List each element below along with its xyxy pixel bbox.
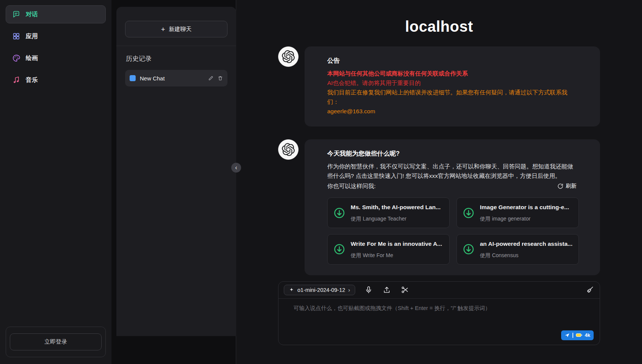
sidebar: 对话 应用 绘画 音乐 立即登录 <box>0 0 111 364</box>
history-title: 历史记录 <box>126 54 227 63</box>
sidebar-item-label: 应用 <box>26 32 38 40</box>
circle-arrow-down-icon <box>333 243 346 256</box>
sidebar-item-apps[interactable]: 应用 <box>6 27 106 45</box>
assistant-avatar <box>278 46 299 67</box>
circle-arrow-down-icon <box>462 207 475 219</box>
sparkle-icon <box>289 287 294 293</box>
suggestion-text: an AI-powered research assista... 使用 Con… <box>480 239 572 260</box>
edit-pencil-icon[interactable] <box>208 76 213 81</box>
token-battery-icon <box>576 333 582 337</box>
delete-trash-icon[interactable] <box>218 76 223 81</box>
welcome-heading: 今天我能为您做些什么呢? <box>327 148 579 159</box>
contact-email-link[interactable]: ageerle@163.com <box>327 106 375 116</box>
model-selector[interactable]: o1-mini-2024-09-12 › <box>284 285 355 295</box>
announcement-heading: 公告 <box>327 56 579 66</box>
suggestion-text: Image Generator is a cutting-e... 使用 ima… <box>480 202 569 223</box>
new-chat-label: 新建聊天 <box>169 26 192 33</box>
music-note-icon <box>12 76 20 84</box>
sidebar-item-label: 对话 <box>26 11 38 19</box>
chat-list-column: + 新建聊天 历史记录 New Chat <box>111 0 236 364</box>
ask-hint: 你也可以这样问我: <box>327 181 376 191</box>
sidebar-item-music[interactable]: 音乐 <box>6 71 106 89</box>
chat-item-actions <box>208 76 223 81</box>
suggestion-grid: Ms. Smith, the AI-powered Lan... 使用 Lang… <box>327 197 579 265</box>
welcome-message: 今天我能为您做些什么呢? 作为你的智慧伙伴，我不仅可以写文案、出点子，还可以和你… <box>278 139 600 275</box>
sidebar-spacer <box>6 93 106 327</box>
refresh-icon <box>557 183 563 189</box>
chat-list-panel: + 新建聊天 历史记录 New Chat <box>116 7 236 336</box>
plus-icon: + <box>161 26 165 33</box>
chat-item-title: New Chat <box>140 75 204 82</box>
suggestion-card[interactable]: Image Generator is a cutting-e... 使用 ima… <box>456 197 579 228</box>
chat-list-item[interactable]: New Chat <box>125 70 227 86</box>
hint-row: 你也可以这样问我: 刷新 <box>327 181 579 191</box>
send-button[interactable]: 4k <box>561 330 594 340</box>
apps-grid-icon <box>12 32 20 40</box>
suggestion-subtitle: 使用 image generator <box>480 214 569 223</box>
page-title: localhost <box>278 18 600 35</box>
chat-main: ‹ localhost 公告 本网站与任何其他公司或商标没有任何关联或合作关系 … <box>236 0 642 364</box>
upload-button[interactable] <box>382 285 391 295</box>
welcome-bubble: 今天我能为您做些什么呢? 作为你的智慧伙伴，我不仅可以写文案、出点子，还可以和你… <box>305 139 600 275</box>
openai-logo-icon <box>282 50 295 63</box>
chevron-right-icon: › <box>348 287 350 293</box>
suggestion-title: Write For Me is an innovative A... <box>351 239 442 248</box>
list-divider <box>116 46 236 46</box>
suggestion-text: Ms. Smith, the AI-powered Lan... 使用 Lang… <box>351 202 441 223</box>
openai-logo-icon <box>282 143 295 156</box>
suggestion-card[interactable]: Write For Me is an innovative A... 使用 Wr… <box>327 234 450 265</box>
microphone-icon <box>365 286 373 294</box>
microphone-button[interactable] <box>364 285 373 295</box>
suggestion-title: Image Generator is a cutting-e... <box>480 202 569 212</box>
send-plane-icon <box>565 333 570 338</box>
sidebar-item-label: 音乐 <box>26 76 38 84</box>
new-chat-button[interactable]: + 新建聊天 <box>125 21 227 37</box>
app-root: 对话 应用 绘画 音乐 立即登录 + 新建聊天 历史记录 <box>0 0 642 364</box>
composer-body: 4k <box>278 299 600 345</box>
welcome-body: 作为你的智慧伙伴，我不仅可以写文案、出点子，还可以和你聊天、回答问题。想知道我还… <box>327 162 579 180</box>
sidebar-item-label: 绘画 <box>26 54 38 62</box>
circle-arrow-down-icon <box>333 207 346 219</box>
suggestion-card[interactable]: Ms. Smith, the AI-powered Lan... 使用 Lang… <box>327 197 450 228</box>
suggestion-subtitle: 使用 Language Teacher <box>351 214 441 223</box>
divider-bar <box>572 333 573 338</box>
clear-context-button[interactable] <box>585 285 594 295</box>
composer: o1-mini-2024-09-12 › <box>278 281 600 345</box>
login-panel: 立即登录 <box>6 327 106 357</box>
announcement-line-2: AI也会犯错。请勿将其用于重要目的 <box>327 78 579 88</box>
refresh-suggestions-button[interactable]: 刷新 <box>555 182 579 190</box>
model-label: o1-mini-2024-09-12 <box>297 287 345 293</box>
collapse-sidebar-button[interactable]: ‹ <box>231 163 241 173</box>
chat-color-swatch <box>130 75 136 81</box>
announcement-line-1: 本网站与任何其他公司或商标没有任何关联或合作关系 <box>327 69 579 78</box>
broom-icon <box>586 286 594 294</box>
upload-icon <box>383 286 391 294</box>
sidebar-item-drawing[interactable]: 绘画 <box>6 49 106 67</box>
circle-arrow-down-icon <box>462 243 475 256</box>
assistant-avatar <box>278 139 299 160</box>
announcement-line-3: 我们目前正在修复我们网站上的错误并改进细节。如果您有任何疑问，请通过以下方式联系… <box>327 88 579 106</box>
suggestion-subtitle: 使用 Write For Me <box>351 251 442 260</box>
composer-toolbar: o1-mini-2024-09-12 › <box>278 282 600 299</box>
refresh-label: 刷新 <box>566 182 577 190</box>
token-count: 4k <box>585 332 590 338</box>
sidebar-item-chat[interactable]: 对话 <box>6 5 106 23</box>
suggestion-text: Write For Me is an innovative A... 使用 Wr… <box>351 239 442 260</box>
palette-icon <box>12 54 20 62</box>
chat-bubble-icon <box>12 10 20 19</box>
scissors-icon <box>401 286 409 294</box>
login-button[interactable]: 立即登录 <box>10 333 102 350</box>
suggestion-subtitle: 使用 Consensus <box>480 251 572 260</box>
message-input[interactable] <box>293 304 593 330</box>
announcement-message: 公告 本网站与任何其他公司或商标没有任何关联或合作关系 AI也会犯错。请勿将其用… <box>278 46 600 126</box>
scissors-button[interactable] <box>401 285 410 295</box>
suggestion-title: Ms. Smith, the AI-powered Lan... <box>351 202 441 212</box>
announcement-bubble: 公告 本网站与任何其他公司或商标没有任何关联或合作关系 AI也会犯错。请勿将其用… <box>305 46 600 126</box>
suggestion-card[interactable]: an AI-powered research assista... 使用 Con… <box>456 234 579 265</box>
chat-content: localhost 公告 本网站与任何其他公司或商标没有任何关联或合作关系 AI… <box>278 14 600 345</box>
suggestion-title: an AI-powered research assista... <box>480 239 572 248</box>
